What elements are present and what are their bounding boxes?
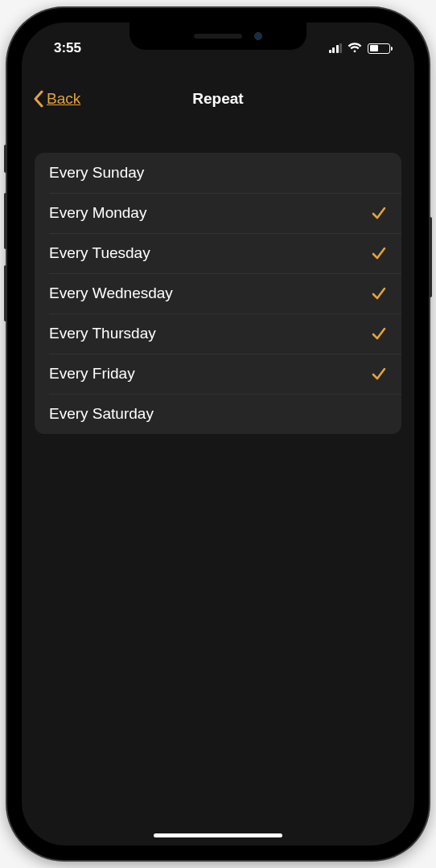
silent-switch	[4, 145, 7, 173]
screen: 3:55 Back Repeat	[22, 23, 414, 845]
status-time: 3:55	[54, 40, 81, 56]
phone-frame: 3:55 Back Repeat	[7, 8, 429, 860]
day-row[interactable]: Every Thursday	[35, 313, 401, 354]
day-label: Every Sunday	[49, 164, 144, 182]
speaker-grille	[194, 34, 242, 39]
day-label: Every Monday	[49, 204, 146, 222]
cellular-icon	[329, 43, 343, 53]
day-label: Every Saturday	[49, 405, 154, 423]
day-row[interactable]: Every Saturday	[35, 394, 401, 434]
day-row[interactable]: Every Tuesday	[35, 233, 401, 273]
back-label: Back	[47, 90, 80, 108]
check-icon	[371, 285, 387, 301]
volume-up-button	[4, 193, 7, 249]
day-row[interactable]: Every Friday	[35, 354, 401, 394]
day-row[interactable]: Every Monday	[35, 193, 401, 233]
check-icon	[371, 366, 387, 382]
repeat-day-list: Every SundayEvery MondayEvery TuesdayEve…	[35, 153, 401, 434]
home-indicator[interactable]	[154, 833, 282, 837]
back-button[interactable]: Back	[33, 90, 80, 108]
day-row[interactable]: Every Sunday	[35, 153, 401, 193]
nav-bar: Back Repeat	[22, 77, 414, 121]
notch	[130, 23, 306, 50]
day-label: Every Tuesday	[49, 244, 150, 262]
volume-down-button	[4, 265, 7, 321]
day-label: Every Thursday	[49, 325, 156, 342]
day-row[interactable]: Every Wednesday	[35, 273, 401, 313]
wifi-icon	[348, 43, 362, 54]
check-icon	[371, 245, 387, 261]
day-label: Every Wednesday	[49, 285, 173, 302]
chevron-left-icon	[33, 90, 44, 108]
check-icon	[371, 326, 387, 342]
status-right	[329, 43, 391, 54]
front-camera	[254, 32, 262, 40]
power-button	[429, 217, 432, 297]
day-label: Every Friday	[49, 365, 135, 383]
battery-icon	[368, 43, 390, 54]
check-icon	[371, 205, 387, 221]
